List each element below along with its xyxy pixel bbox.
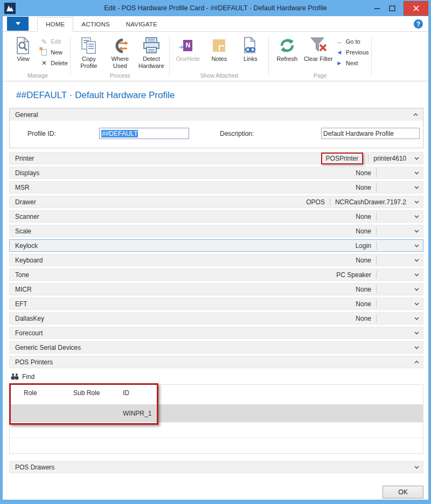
sticky-note-icon <box>213 36 225 55</box>
general-section-label: General <box>15 111 38 119</box>
where-used-icon <box>112 36 129 55</box>
column-header-role: Role <box>10 389 73 404</box>
where-used-button[interactable]: Where Used <box>105 33 136 70</box>
general-section: General Profile ID: ##DEFAULT Descriptio… <box>9 108 423 148</box>
copy-profile-button[interactable]: Copy Profile <box>73 33 105 70</box>
caret-down-icon <box>16 22 20 25</box>
ribbon-group-process: Copy Profile Where Used Detect Hardware <box>71 33 170 81</box>
general-section-header[interactable]: General <box>10 108 423 121</box>
fasttab-forecourt[interactable]: Forecourt <box>9 327 423 339</box>
fasttab-msr[interactable]: MSRNone <box>9 181 423 194</box>
profile-id-label: Profile ID: <box>27 130 56 137</box>
maximize-button[interactable] <box>385 2 399 15</box>
value-separator <box>376 183 377 191</box>
table-row-empty <box>10 438 423 453</box>
tab-actions[interactable]: ACTIONS <box>73 18 118 31</box>
application-menu-button[interactable] <box>7 17 29 31</box>
table-row-selected[interactable]: WINPR_1 <box>10 404 423 422</box>
fasttab-label: MICR <box>15 286 32 293</box>
fasttab-label: Printer <box>15 155 34 162</box>
chevron-down-icon <box>411 215 419 218</box>
refresh-button[interactable]: Refresh <box>272 33 303 63</box>
title-bar[interactable]: Edit - POS Hardware Profile Card - ##DEF… <box>3 0 428 16</box>
clear-filter-button[interactable]: Clear Filter <box>303 33 334 63</box>
group-label-show-attached: Show Attached <box>172 72 266 81</box>
device-type-value: None <box>356 184 371 191</box>
fasttab-label: POS Drawers <box>15 464 54 471</box>
fasttab-scale[interactable]: ScaleNone <box>9 225 423 237</box>
ribbon-group-manage: View ✎ Edit ✱ New ✕ Delete <box>5 33 71 81</box>
fasttab-printer[interactable]: PrinterPOSPrinterprinter4610 <box>9 152 423 164</box>
chevron-down-icon <box>411 259 419 262</box>
description-label: Description: <box>220 130 254 137</box>
description-value: Default Hardware Profile <box>323 130 394 137</box>
delete-button[interactable]: ✕ Delete <box>39 58 68 68</box>
value-separator <box>368 154 369 162</box>
next-button[interactable]: ▶ Next <box>334 58 369 68</box>
device-type-value: None <box>356 286 371 293</box>
device-type-value: OPOS <box>306 198 325 206</box>
fasttab-generic-serial-devices[interactable]: Generic Serial Devices <box>9 341 423 354</box>
group-label-page: Page <box>272 72 369 81</box>
go-to-arrow-icon: → <box>334 38 345 45</box>
value-separator <box>376 314 377 322</box>
value-separator <box>376 241 377 250</box>
ok-button[interactable]: OK <box>383 486 423 499</box>
group-label-process: Process <box>73 72 167 81</box>
chevron-down-icon <box>411 466 419 469</box>
chevron-down-icon <box>411 346 419 349</box>
fasttab-tone[interactable]: TonePC Speaker <box>9 268 423 281</box>
fasttab-eft[interactable]: EFTNone <box>9 298 423 310</box>
fasttab-label: MSR <box>15 184 30 191</box>
fasttab-dallaskey[interactable]: DallasKeyNone <box>9 312 423 325</box>
chevron-down-icon <box>411 244 419 247</box>
fasttab-label: Keyboard <box>15 257 43 264</box>
close-button[interactable] <box>404 1 428 16</box>
device-type-value: Login <box>356 242 371 250</box>
device-type-value: None <box>356 300 371 308</box>
column-header-id: ID <box>123 389 423 404</box>
tab-home[interactable]: HOME <box>37 17 73 32</box>
copy-documents-icon <box>81 36 97 55</box>
column-header-sub-role: Sub Role <box>73 389 123 404</box>
maximize-icon <box>389 5 395 11</box>
ribbon-group-show-attached: N➜ OneNote Notes Links Sh <box>170 33 269 81</box>
view-document-icon <box>16 36 31 55</box>
value-separator <box>330 198 330 206</box>
fasttab-scanner[interactable]: ScannerNone <box>9 210 423 223</box>
help-button[interactable]: ? <box>414 19 423 29</box>
new-page-icon: ✱ <box>39 49 50 56</box>
fasttab-micr[interactable]: MICRNone <box>9 283 423 295</box>
links-button[interactable]: Links <box>235 33 266 63</box>
find-label: Find <box>22 373 34 381</box>
view-button[interactable]: View <box>8 33 39 63</box>
fasttab-pos-printers[interactable]: POS Printers <box>9 356 423 368</box>
previous-button[interactable]: ◀ Previous <box>334 47 369 58</box>
find-button[interactable]: Find <box>11 370 423 383</box>
pos-drawers-host: POS Drawers <box>9 461 423 473</box>
detect-hardware-button[interactable]: Detect Hardware <box>136 33 167 70</box>
fasttab-label: POS Printers <box>15 358 53 366</box>
new-button[interactable]: ✱ New <box>39 47 68 58</box>
fasttab-pos-drawers[interactable]: POS Drawers <box>9 461 423 473</box>
link-document-icon <box>243 36 258 55</box>
minimize-button[interactable] <box>370 2 385 15</box>
value-separator <box>376 285 377 293</box>
fasttab-label: Displays <box>15 169 39 177</box>
profile-id-field[interactable]: ##DEFAULT <box>99 128 189 139</box>
value-separator <box>376 256 377 264</box>
fasttab-keylock[interactable]: KeylockLogin <box>9 239 423 252</box>
description-field[interactable]: Default Hardware Profile <box>321 128 420 139</box>
window-title: Edit - POS Hardware Profile Card - ##DEF… <box>3 4 428 12</box>
chevron-down-icon <box>411 332 419 335</box>
go-to-button[interactable]: → Go to <box>334 36 369 47</box>
fasttab-drawer[interactable]: DrawerOPOSNCRCashDrawer.7197.2 <box>9 196 423 208</box>
notes-button[interactable]: Notes <box>204 33 235 63</box>
fasttab-keyboard[interactable]: KeyboardNone <box>9 254 423 266</box>
fasttab-label: DallasKey <box>15 315 44 322</box>
table-row-empty <box>10 422 423 438</box>
general-section-body: Profile ID: ##DEFAULT Description: Defau… <box>10 121 423 148</box>
tab-navigate[interactable]: NAVIGATE <box>118 18 165 31</box>
minimize-icon <box>374 5 380 11</box>
fasttab-displays[interactable]: DisplaysNone <box>9 167 423 179</box>
